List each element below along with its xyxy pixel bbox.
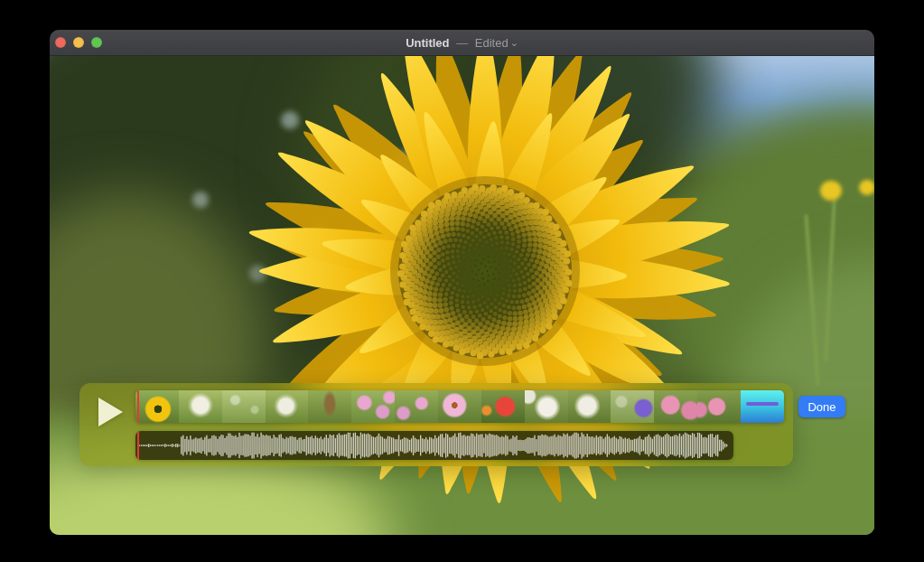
title-separator: — (456, 36, 468, 50)
filmstrip-frame-coneflower[interactable] (438, 390, 481, 423)
app-window: Untitled — Edited⌄ (50, 30, 874, 535)
sunflower-bud (859, 180, 874, 195)
done-button[interactable]: Done (798, 396, 845, 417)
playhead[interactable] (137, 390, 139, 423)
waveform-svg (135, 431, 733, 460)
traffic-lights (55, 30, 102, 55)
filmstrip-frame-title-card[interactable] (741, 390, 784, 423)
filmstrip-frame-dandelion[interactable] (179, 390, 222, 423)
zoom-button[interactable] (91, 37, 102, 48)
filmstrip-frame-petunia[interactable] (611, 390, 654, 423)
document-title: Untitled (406, 36, 449, 50)
minimize-button[interactable] (73, 37, 84, 48)
filmstrip-frame-red-flower[interactable] (481, 390, 525, 423)
sunflower-bud (820, 181, 842, 201)
edited-status-menu[interactable]: Edited⌄ (475, 36, 518, 50)
window-title: Untitled — Edited⌄ (50, 36, 874, 50)
filmstrip-frame-carnation[interactable] (525, 390, 568, 423)
filmstrip-frame-mallow[interactable] (351, 390, 395, 423)
filmstrip-frame-rose[interactable] (654, 390, 697, 423)
play-button[interactable] (87, 389, 134, 436)
edited-label: Edited (475, 36, 509, 50)
close-button[interactable] (55, 37, 66, 48)
filmstrip-frame-rose-2[interactable] (697, 390, 741, 423)
filmstrip-frame-mallow-2[interactable] (395, 390, 438, 423)
filmstrip-frame-meadow[interactable] (222, 390, 266, 423)
chevron-down-icon: ⌄ (510, 37, 518, 49)
play-icon (98, 398, 123, 426)
video-canvas: Done (50, 56, 874, 535)
filmstrip-frame-carnation-2[interactable] (568, 390, 611, 423)
audio-playhead[interactable] (137, 431, 139, 460)
filmstrip-frame-teasel[interactable] (308, 390, 351, 423)
title-bar: Untitled — Edited⌄ (50, 30, 874, 56)
filmstrip-frame-sunflower[interactable] (135, 390, 179, 423)
filmstrip-frame-dandelion-2[interactable] (266, 390, 309, 423)
filmstrip-scrubber[interactable] (135, 390, 784, 423)
audio-waveform-scrubber[interactable] (135, 431, 733, 460)
trim-toolbar (79, 383, 793, 466)
